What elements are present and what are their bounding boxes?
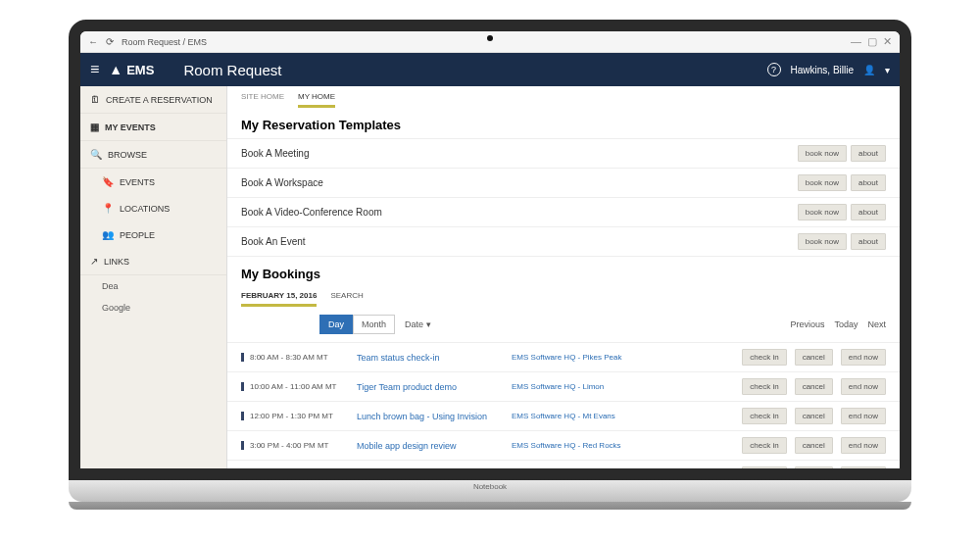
check-in-button[interactable]: check in xyxy=(742,378,786,395)
sidebar-item-label: MY EVENTS xyxy=(105,122,156,132)
help-icon[interactable]: ? xyxy=(767,63,781,76)
booking-time: 3:00 PM - 4:00 PM MT xyxy=(241,441,349,450)
end-now-button[interactable]: end now xyxy=(841,437,886,454)
chevron-down-icon: ▾ xyxy=(426,319,431,329)
calendar-icon: ▦ xyxy=(90,122,99,132)
booking-event-link[interactable]: Web app CSS updates xyxy=(357,470,504,480)
back-icon[interactable]: ← xyxy=(88,36,98,47)
booking-time: 4:00 PM - 4:30 PM MT xyxy=(241,470,349,479)
window-maximize-icon[interactable]: ▢ xyxy=(867,35,877,48)
laptop-brand: Notebook xyxy=(473,482,507,491)
user-icon[interactable]: 👤 xyxy=(863,65,875,75)
external-link-icon: ↗ xyxy=(90,256,98,267)
sidebar-create-reservation[interactable]: 🗓 CREATE A RESERVATION xyxy=(80,86,226,114)
nav-today[interactable]: Today xyxy=(834,319,858,329)
calendar-plus-icon: 🗓 xyxy=(90,94,100,105)
booking-row: 10:00 AM - 11:00 AM MTTiger Team product… xyxy=(227,371,900,401)
end-now-button[interactable]: end now xyxy=(841,349,886,366)
bookings-tab-search[interactable]: SEARCH xyxy=(330,291,363,307)
end-now-button[interactable]: end now xyxy=(841,408,886,424)
sidebar-link-dea[interactable]: Dea xyxy=(80,275,226,297)
templates-heading: My Reservation Templates xyxy=(227,108,900,138)
view-month-button[interactable]: Month xyxy=(353,315,395,334)
hamburger-icon[interactable]: ≡ xyxy=(90,61,99,78)
booking-row: 8:00 AM - 8:30 AM MTTeam status check-in… xyxy=(227,342,900,371)
booking-location-link[interactable]: EMS Software HQ - Limon xyxy=(512,382,668,391)
window-close-icon[interactable]: ✕ xyxy=(883,35,892,48)
reload-icon[interactable]: ⟳ xyxy=(106,36,114,47)
people-icon: 👥 xyxy=(102,229,114,240)
booking-row: 3:00 PM - 4:00 PM MTMobile app design re… xyxy=(227,430,900,460)
sidebar-my-events[interactable]: ▦ MY EVENTS xyxy=(80,114,226,141)
sidebar-people[interactable]: 👥 PEOPLE xyxy=(80,221,226,248)
check-in-button[interactable]: check in xyxy=(742,466,786,480)
template-row: Book An Eventbook nowabout xyxy=(227,226,900,257)
search-icon: 🔍 xyxy=(90,149,102,160)
sidebar-item-label: EVENTS xyxy=(120,177,155,187)
book-now-button[interactable]: book now xyxy=(798,174,847,191)
booking-time: 12:00 PM - 1:30 PM MT xyxy=(241,412,349,420)
user-dropdown-icon[interactable]: ▾ xyxy=(885,65,890,75)
sidebar-item-label: CREATE A RESERVATION xyxy=(106,95,213,105)
sidebar-item-label: BROWSE xyxy=(108,150,147,160)
booking-location-link[interactable]: EMS Software HQ - Workspace 9 xyxy=(512,470,668,479)
date-dropdown[interactable]: Date ▾ xyxy=(405,319,431,329)
booking-row: 4:00 PM - 4:30 PM MTWeb app CSS updatesE… xyxy=(227,460,900,480)
bookmark-icon: 🔖 xyxy=(102,176,114,187)
sidebar-browse[interactable]: 🔍 BROWSE xyxy=(80,141,226,169)
book-now-button[interactable]: book now xyxy=(798,233,847,250)
about-button[interactable]: about xyxy=(851,233,886,250)
end-now-button[interactable]: end now xyxy=(841,378,886,395)
booking-event-link[interactable]: Lunch brown bag - Using Invision xyxy=(357,412,504,421)
cancel-button[interactable]: cancel xyxy=(795,437,833,454)
sidebar: 🗓 CREATE A RESERVATION ▦ MY EVENTS 🔍 BRO… xyxy=(80,86,227,480)
sidebar-link-google[interactable]: Google xyxy=(80,297,226,318)
tab-site-home[interactable]: SITE HOME xyxy=(241,92,284,108)
booking-location-link[interactable]: EMS Software HQ - Mt Evans xyxy=(512,412,668,420)
booking-time: 8:00 AM - 8:30 AM MT xyxy=(241,353,349,362)
sidebar-item-label: PEOPLE xyxy=(120,230,155,240)
booking-location-link[interactable]: EMS Software HQ - Pikes Peak xyxy=(512,353,668,362)
booking-event-link[interactable]: Mobile app design review xyxy=(357,441,504,451)
bookings-heading: My Bookings xyxy=(227,257,900,287)
booking-row: 12:00 PM - 1:30 PM MTLunch brown bag - U… xyxy=(227,401,900,430)
booking-event-link[interactable]: Tiger Team product demo xyxy=(357,382,504,392)
sidebar-item-label: LOCATIONS xyxy=(120,204,170,214)
template-row: Book A Video-Conference Roombook nowabou… xyxy=(227,197,900,226)
cancel-button[interactable]: cancel xyxy=(795,378,833,395)
window-minimize-icon[interactable]: — xyxy=(851,35,861,48)
page-title: Room Request xyxy=(183,62,281,78)
check-in-button[interactable]: check in xyxy=(742,437,786,454)
booking-time: 10:00 AM - 11:00 AM MT xyxy=(241,382,349,391)
check-in-button[interactable]: check in xyxy=(742,349,786,366)
book-now-button[interactable]: book now xyxy=(798,204,847,220)
sidebar-events[interactable]: 🔖 EVENTS xyxy=(80,169,226,195)
about-button[interactable]: about xyxy=(851,174,886,191)
about-button[interactable]: about xyxy=(851,204,886,220)
nav-previous[interactable]: Previous xyxy=(790,319,824,329)
template-name: Book An Event xyxy=(241,236,794,247)
bookings-tab-date[interactable]: FEBRUARY 15, 2016 xyxy=(241,291,317,307)
pin-icon: 📍 xyxy=(102,203,114,214)
about-button[interactable]: about xyxy=(851,145,886,162)
brand-text: EMS xyxy=(126,63,154,77)
booking-location-link[interactable]: EMS Software HQ - Red Rocks xyxy=(512,441,668,450)
cancel-button[interactable]: cancel xyxy=(795,349,833,366)
view-day-button[interactable]: Day xyxy=(319,315,353,334)
username[interactable]: Hawkins, Billie xyxy=(791,65,854,75)
browser-tab-title: Room Request / EMS xyxy=(122,37,207,47)
template-name: Book A Workspace xyxy=(241,177,794,188)
tab-my-home[interactable]: MY HOME xyxy=(298,92,335,108)
booking-event-link[interactable]: Team status check-in xyxy=(357,353,504,363)
check-in-button[interactable]: check in xyxy=(742,408,786,424)
template-name: Book A Video-Conference Room xyxy=(241,207,794,218)
sidebar-locations[interactable]: 📍 LOCATIONS xyxy=(80,195,226,221)
book-now-button[interactable]: book now xyxy=(798,145,847,162)
nav-next[interactable]: Next xyxy=(867,319,886,329)
end-now-button[interactable]: end now xyxy=(841,466,886,480)
main-content: SITE HOME MY HOME My Reservation Templat… xyxy=(227,86,900,480)
template-row: Book A Workspacebook nowabout xyxy=(227,168,900,197)
cancel-button[interactable]: cancel xyxy=(795,408,833,424)
brand-logo[interactable]: ▲ EMS xyxy=(109,62,154,77)
cancel-button[interactable]: cancel xyxy=(795,466,833,480)
